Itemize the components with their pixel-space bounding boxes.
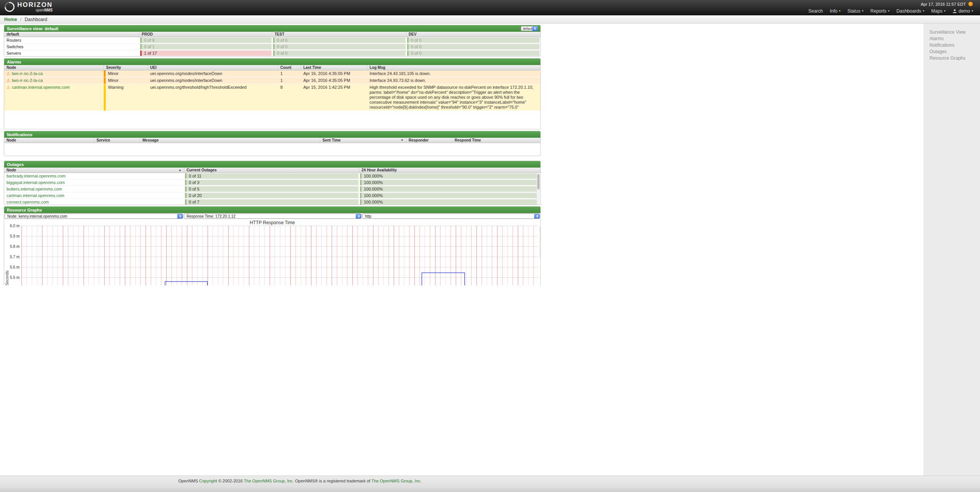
y-axis-tick-label: 5.8 m — [4, 244, 20, 249]
alarms-table-header: Node Severity UEI Count Last Time Log Ms… — [4, 65, 540, 70]
caret-down-icon: ▾ — [944, 10, 946, 13]
scrollbar-thumb[interactable] — [537, 174, 540, 189]
outages-scrollbar — [537, 173, 540, 205]
sidebar-item-notifications[interactable]: Notifications — [929, 42, 980, 49]
alarms-col-uei: UEI — [148, 65, 278, 70]
outage-node-link[interactable]: barbrady.internal.opennms.com — [7, 174, 65, 178]
surveillance-status-cell[interactable]: 0 of 0 — [407, 37, 540, 43]
sidebar-item-surveillance-view[interactable]: Surveillance View — [929, 29, 980, 36]
dropdown-arrows-icon — [532, 26, 538, 31]
outage-node-link[interactable]: butters.internal.opennms.com — [7, 187, 62, 191]
outage-node-link[interactable]: cartman.internal.opennms.com — [7, 193, 64, 198]
surveillance-status-cell[interactable]: 0 of 0 — [407, 44, 540, 49]
notifications-col-message[interactable]: Message — [140, 138, 320, 143]
outages-col-node[interactable]: Node ▲ — [4, 168, 184, 173]
nav-dashboards[interactable]: Dashboards▾ — [897, 8, 924, 14]
opennms-horizon-logo[interactable]: HORIZON openNMS — [5, 2, 52, 12]
resource-graphs-panel-header: Resource Graphs — [4, 207, 540, 213]
surveillance-status-cell[interactable]: 0 of 0 — [273, 51, 406, 56]
surveillance-status-cell[interactable]: 0 of 8 — [140, 37, 272, 43]
surveillance-status-cell-critical[interactable]: 1 of 17 — [140, 51, 272, 56]
nav-user-menu[interactable]: demo ▾ — [952, 8, 973, 14]
notifications-col-respond-time[interactable]: Respond Time — [452, 138, 540, 143]
outage-row: connect.opennms.com 0 of 7 100.000% — [4, 199, 540, 205]
outage-availability-cell: 100.000% — [360, 180, 540, 185]
surveillance-status-cell[interactable]: 0 of 0 — [407, 51, 540, 56]
outages-title: Outages — [7, 162, 24, 167]
nav-search[interactable]: Search — [808, 8, 823, 14]
surveillance-row: Servers 1 of 17 0 of 0 0 of 0 — [4, 50, 540, 57]
y-axis-label: Seconds — [5, 262, 9, 285]
chart-plot-area — [21, 226, 538, 285]
graph-node-select[interactable]: Node: kenny.internal.opennms.com — [5, 213, 183, 219]
outage-row: butters.internal.opennms.com 0 of 5 100.… — [4, 186, 540, 192]
outage-availability-cell: 100.000% — [360, 173, 540, 179]
outage-current-cell: 0 of 20 — [185, 193, 358, 198]
warning-icon: ⚠ — [7, 85, 10, 90]
alarm-last-time: Apr 15, 2016 1:42:25 PM — [301, 84, 367, 111]
notifications-col-sent-time[interactable]: Sent Time ▼ — [320, 138, 406, 143]
sort-asc-icon: ▲ — [178, 168, 182, 172]
alarm-log-msg: Interface 24.93.73.62 is down. — [367, 77, 540, 84]
notifications-col-node[interactable]: Node — [4, 138, 94, 143]
notifications-col-service[interactable]: Service — [94, 138, 140, 143]
breadcrumb-home-link[interactable]: Home — [4, 17, 17, 22]
alarm-log-msg: High threshold exceeded for SNMP datasou… — [367, 84, 540, 111]
outage-current-cell: 0 of 3 — [185, 180, 358, 185]
chart-line-svg — [21, 226, 538, 285]
surveillance-row-label: Switches — [4, 44, 139, 50]
http-response-time-chart: 6.0 m 5.9 m 5.8 m 5.7 m 5.6 m 5.5 m Seco… — [4, 226, 540, 285]
alarm-node-link[interactable]: two-rr-nc-2-la-ca — [12, 78, 43, 83]
surveillance-view-panel: Surveillance view: default default defau… — [4, 25, 541, 57]
sidebar-item-alarms[interactable]: Alarms — [929, 36, 980, 42]
alarm-count: 1 — [278, 77, 301, 84]
surveillance-status-cell[interactable]: 0 of 0 — [273, 44, 406, 49]
nav-reports[interactable]: Reports▾ — [870, 8, 890, 14]
graph-resource-select[interactable]: Response Time: 172.20.1.12 — [184, 213, 362, 219]
outages-col-current[interactable]: Current Outages — [184, 168, 359, 173]
alarm-severity: Warning — [104, 84, 148, 111]
surveillance-view-select[interactable]: default — [521, 26, 538, 31]
footer-opennms-group-link-2[interactable]: The OpenNMS Group, Inc. — [371, 479, 422, 483]
footer-opennms-group-link[interactable]: The OpenNMS Group, Inc. — [244, 479, 294, 483]
alarm-status-icon[interactable] — [968, 2, 973, 7]
alarm-node-link[interactable]: cartman.internal.opennms.com — [12, 85, 70, 90]
surveillance-col-default: default — [4, 32, 139, 37]
sidebar-item-outages[interactable]: Outages — [929, 49, 980, 55]
page-footer: OpenNMS Copyright © 2002-2016 The OpenNM… — [0, 476, 980, 492]
outages-col-availability[interactable]: 24 Hour Availability — [359, 168, 540, 173]
warning-icon: ⚠ — [7, 71, 10, 76]
alarms-panel: Alarms Node Severity UEI Count Last Time… — [4, 58, 541, 129]
breadcrumb-separator: / — [20, 17, 21, 22]
dropdown-arrows-icon — [356, 213, 362, 219]
outage-node-link[interactable]: biggayal.internal.opennms.com — [7, 180, 65, 185]
alarm-severity: Minor — [104, 77, 148, 84]
surveillance-status-cell[interactable]: 0 of 1 — [140, 44, 272, 49]
outage-node-link[interactable]: connect.opennms.com — [7, 200, 49, 204]
nav-maps[interactable]: Maps▾ — [931, 8, 946, 14]
surveillance-status-cell[interactable]: 0 of 0 — [273, 37, 406, 43]
chart-watermark: openNMS/RRDtool — [539, 226, 541, 269]
outages-table-header: Node ▲ Current Outages 24 Hour Availabil… — [4, 168, 540, 173]
graph-report-select[interactable]: http — [362, 213, 540, 219]
alarm-log-msg: Interface 24.43.181.105 is down. — [367, 70, 540, 77]
surveillance-row: Switches 0 of 1 0 of 0 0 of 0 — [4, 44, 540, 50]
main-nav: Search Info▾ Status▾ Reports▾ Dashboards… — [808, 8, 973, 14]
alarms-col-last-time: Last Time — [301, 65, 367, 70]
outage-current-cell: 0 of 11 — [185, 173, 358, 179]
logo-subtitle: openNMS — [17, 8, 52, 12]
alarm-last-time: Apr 16, 2016 4:35:05 PM — [301, 77, 367, 84]
top-navbar: HORIZON openNMS Apr 17, 2016 11:57 EDT S… — [0, 0, 980, 15]
sidebar-item-resource-graphs[interactable]: Resource Graphs — [929, 55, 980, 62]
outage-availability-cell: 100.000% — [360, 193, 540, 198]
nav-status[interactable]: Status▾ — [847, 8, 864, 14]
footer-copyright-link[interactable]: Copyright — [199, 479, 217, 483]
notifications-table-header: Node Service Message Sent Time ▼ Respond… — [4, 138, 540, 143]
surveillance-row-label: Servers — [4, 50, 139, 56]
nav-info[interactable]: Info▾ — [830, 8, 841, 14]
alarm-node-link[interactable]: two-rr-nc-2-la-ca — [12, 71, 43, 76]
surveillance-row: Routers 0 of 8 0 of 0 0 of 0 — [4, 37, 540, 44]
notifications-col-responder[interactable]: Responder — [406, 138, 452, 143]
dropdown-arrows-icon — [177, 213, 183, 219]
outage-row: cartman.internal.opennms.com 0 of 20 100… — [4, 192, 540, 199]
